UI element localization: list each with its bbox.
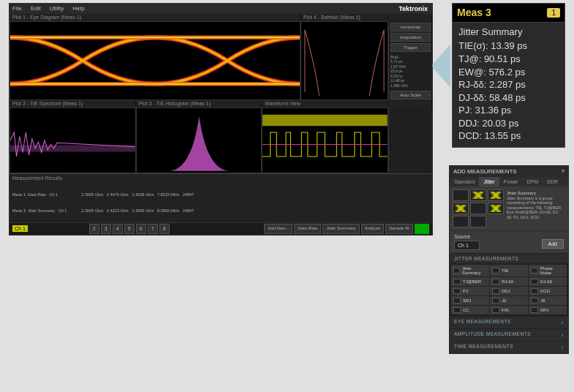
thumb-3[interactable]	[488, 189, 504, 201]
bottom-bar: Ch 1 2 3 4 5 6 7 8 Add New... Data Rate …	[10, 222, 432, 235]
jitter-summary-badge[interactable]: Jitter Summary	[322, 224, 359, 234]
chan-6-button[interactable]: 6	[136, 224, 146, 234]
histogram-plot-title: Plot 3 - TIE Histogram (Meas 1)	[136, 100, 263, 108]
add-measurement-button[interactable]: Add	[542, 239, 564, 249]
meas-rj[interactable]: RJ-δδ	[490, 277, 528, 286]
meas3-row-rj: RJ-δδ: 2.287 ps	[458, 78, 559, 91]
eye-plot-title: Plot 1 - Eye Diagram (Meas 1)	[10, 14, 301, 21]
meas3-row-ddj: DDJ: 20.03 ps	[458, 117, 559, 130]
chan-7-button[interactable]: 7	[148, 224, 158, 234]
addmeas-tabs: Standard Jitter Power DPM DDR	[450, 177, 568, 186]
data-rate-badge[interactable]: Data Rate	[294, 224, 321, 234]
eye-section-header[interactable]: EYE MEASUREMENTS›	[450, 316, 568, 328]
tab-standard[interactable]: Standard	[450, 177, 479, 186]
meas3-title: Meas 3	[457, 6, 547, 20]
thumb-7[interactable]	[453, 216, 469, 227]
measurement-description: Jitter Summary Jitter Summary is a group…	[505, 189, 565, 227]
side-panel-lower	[388, 108, 432, 173]
meas-j9[interactable]: J9	[529, 296, 567, 305]
source-dropdown[interactable]: Ch 1	[454, 241, 480, 250]
meas-phase-noise[interactable]: Phase Noise	[529, 265, 567, 276]
meas3-summary-label: Jitter Summary	[458, 26, 559, 39]
trigger-button[interactable]: Trigger	[390, 43, 431, 52]
callout-connector	[431, 44, 450, 88]
add-measurements-panel: ADD MEASUREMENTS ? Standard Jitter Power…	[449, 165, 569, 354]
chan-2-button[interactable]: 2	[89, 224, 99, 234]
svg-rect-6	[10, 108, 135, 173]
bathtub-plot[interactable]	[301, 21, 388, 100]
side-control-panel: Horizontal Acquisition Trigger Plot1 5.7…	[388, 21, 432, 100]
cursor-readouts: Plot1 5.71 ps 1.87 GHz 23.6 ps 5.03 ns 1…	[390, 55, 431, 88]
meas-tie[interactable]: TIE	[490, 265, 528, 276]
chevron-right-icon: ›	[562, 319, 564, 326]
meas-cc[interactable]: CC	[451, 306, 489, 314]
menubar: File Edit Utility Help Tektronix	[10, 4, 432, 14]
meas-j2[interactable]: J2	[490, 296, 528, 305]
tab-dpm[interactable]: DPM	[522, 177, 543, 186]
time-section-header[interactable]: TIME MEASUREMENTS›	[450, 341, 568, 353]
menu-utility[interactable]: Utility	[50, 5, 64, 12]
measurement-results-panel: Measurement Results Meas 1 Data Rate Ch …	[10, 173, 432, 222]
meas-pj[interactable]: PJ	[451, 287, 489, 295]
menu-edit[interactable]: Edit	[31, 5, 41, 12]
chan-4-button[interactable]: 4	[113, 224, 123, 234]
horizontal-button[interactable]: Horizontal	[390, 23, 431, 31]
meas-dcd[interactable]: DCD	[529, 287, 567, 295]
eye-diagram-plot[interactable]	[10, 21, 301, 100]
thumb-2[interactable]	[470, 189, 486, 201]
meas-dj[interactable]: DJ-δδ	[529, 277, 567, 286]
thumb-6[interactable]	[488, 203, 504, 214]
acquisition-button[interactable]: Acquisition	[390, 33, 431, 42]
chan-5-button[interactable]: 5	[124, 224, 135, 234]
results-labels: Meas 1 Data Rate Ch 1 Meas 3 Jitter Summ…	[12, 182, 67, 222]
tab-jitter[interactable]: Jitter	[479, 177, 499, 186]
channel-badge[interactable]: Ch 1	[12, 225, 28, 232]
chan-3-button[interactable]: 3	[101, 224, 111, 234]
thumb-1[interactable]	[453, 189, 469, 201]
meas3-callout: Meas 3 1 Jitter Summary TIE(σ): 13.39 ps…	[452, 3, 565, 148]
brand-logo: Tektronix	[399, 5, 428, 12]
jitter-section-header[interactable]: JITTER MEASUREMENTS	[450, 253, 568, 263]
svg-rect-9	[263, 115, 388, 126]
meas3-row-pj: PJ: 31.36 ps	[458, 104, 559, 117]
spectrum-plot[interactable]	[10, 108, 136, 173]
meas-npj[interactable]: NPJ	[529, 306, 567, 314]
oscilloscope-window: File Edit Utility Help Tektronix Plot 1 …	[9, 3, 433, 235]
meas3-row-tie: TIE(σ): 13.39 ps	[458, 39, 559, 53]
meas-fn[interactable]: F/N	[490, 306, 528, 314]
meas3-row-dcd: DCD: 13.55 ps	[458, 129, 559, 143]
histogram-plot[interactable]	[136, 108, 263, 173]
waveform-plot[interactable]	[262, 108, 388, 173]
meas-ddj[interactable]: DDJ	[490, 287, 528, 295]
meas-jitter-summary[interactable]: Jitter Summary	[451, 265, 489, 276]
chan-8-button[interactable]: 8	[159, 224, 170, 234]
meas3-row-tj: TJ@: 90.51 ps	[458, 53, 559, 66]
jitter-measurements-grid: Jitter Summary TIE Phase Noise TJ@BER RJ…	[450, 263, 568, 316]
side-panel-spacer	[388, 14, 432, 21]
plot-title-bar-top: Plot 1 - Eye Diagram (Meas 1) Plot 4 - B…	[10, 14, 432, 21]
meas-tjber[interactable]: TJ@BER	[451, 277, 489, 286]
thumb-4[interactable]	[453, 203, 469, 214]
menu-help[interactable]: Help	[72, 5, 84, 12]
measurement-thumbnails	[453, 189, 504, 227]
tab-ddr[interactable]: DDR	[543, 177, 562, 186]
autoscale-button[interactable]: Auto Scale	[390, 91, 431, 99]
thumb-8[interactable]	[470, 216, 486, 227]
menu-file[interactable]: File	[12, 5, 22, 12]
waveform-plot-title: Waveform View	[262, 100, 388, 108]
meas3-row-dj: DJ-δδ: 58.48 ps	[458, 91, 559, 105]
spectrum-plot-title: Plot 2 - TIE Spectrum (Meas 1)	[10, 100, 136, 108]
sample-rate-button[interactable]: Sample Rt	[385, 224, 413, 234]
amplitude-section-header[interactable]: AMPLITUDE MEASUREMENTS›	[450, 328, 568, 341]
meas-srj[interactable]: SRJ	[451, 296, 489, 305]
bathtub-plot-title: Plot 4 - Bathtub (Meas 1)	[301, 14, 388, 21]
help-icon[interactable]: ?	[562, 168, 564, 175]
add-new-button[interactable]: Add New...	[264, 224, 292, 234]
svg-rect-0	[10, 22, 300, 99]
analyze-button[interactable]: Analyze	[361, 224, 384, 234]
thumb-5[interactable]	[470, 203, 486, 214]
tab-power[interactable]: Power	[499, 177, 523, 186]
source-label: Source	[454, 234, 564, 239]
addmeas-title: ADD MEASUREMENTS	[453, 168, 517, 175]
run-button[interactable]	[415, 224, 429, 234]
